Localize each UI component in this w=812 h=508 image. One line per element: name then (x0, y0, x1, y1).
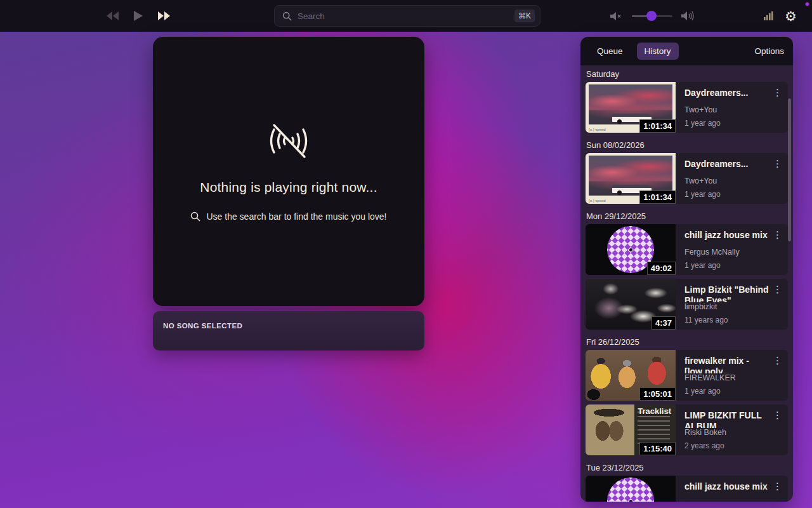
group-items: chill jazz house mix Fergus McNally ⋮ (586, 476, 788, 502)
tab-queue[interactable]: Queue (589, 43, 631, 60)
item-age: 11 years ago (684, 316, 769, 324)
item-menu-button[interactable]: ⋮ (773, 159, 782, 168)
volume-mute-icon (610, 11, 623, 21)
history-groups: Saturday (x.) speed 1:01:34 Daydreamers.… (586, 65, 788, 502)
rewind-icon (107, 11, 119, 20)
item-menu-button[interactable]: ⋮ (773, 356, 782, 365)
options-button[interactable]: Options (754, 46, 784, 56)
item-meta: firewalker mix - [low poly atmospheric d… (676, 350, 788, 401)
item-age: 1 year ago (684, 387, 769, 396)
empty-state-hint-text: Use the search bar to find the music you… (206, 211, 386, 222)
item-title: Limp Bizkit "Behind Blue Eyes" (684, 284, 769, 302)
equalizer-bars-icon (764, 11, 773, 20)
history-group: Tue 23/12/2025 chill jazz house mix Ferg… (586, 459, 788, 502)
no-song-selected-bar: NO SONG SELECTED (153, 311, 424, 351)
empty-state-title: Nothing is playing right now... (200, 180, 377, 195)
history-item[interactable]: 4:37 Limp Bizkit "Behind Blue Eyes" limp… (586, 279, 788, 330)
item-title: firewalker mix - [low poly atmospheric d… (684, 356, 769, 373)
group-items: (x.) speed 1:01:34 Daydreamers... Two+Yo… (586, 153, 788, 204)
item-title: chill jazz house mix (684, 230, 769, 241)
item-meta: chill jazz house mix Fergus McNally 1 ye… (676, 224, 788, 275)
thumbnail-art (607, 478, 654, 502)
thumbnail-caption: (x.) speed (589, 199, 606, 203)
scrollbar-thumb[interactable] (788, 98, 791, 241)
history-group: Fri 26/12/2025 1:05:01 firewalker mix - … (586, 333, 788, 455)
history-list: Saturday (x.) speed 1:01:34 Daydreamers.… (580, 65, 793, 502)
search-hint-icon (190, 211, 200, 222)
history-group: Saturday (x.) speed 1:01:34 Daydreamers.… (586, 65, 788, 133)
date-header: Saturday (586, 65, 788, 82)
topbar-right-controls: ⚙ (764, 0, 797, 32)
thumbnail: 49:02 (586, 224, 676, 275)
item-title: chill jazz house mix (684, 481, 769, 492)
item-artist: Two+You (684, 105, 769, 114)
history-item[interactable]: (x.) speed 1:01:34 Daydreamers... Two+Yo… (586, 153, 788, 204)
tab-history[interactable]: History (637, 43, 679, 60)
equalizer-button[interactable] (764, 11, 773, 20)
item-title: Daydreamers... (684, 159, 769, 170)
volume-loud-icon (681, 11, 695, 21)
volume-slider[interactable] (632, 11, 672, 21)
history-item[interactable]: chill jazz house mix Fergus McNally ⋮ (586, 476, 788, 502)
item-age: 1 year ago (684, 190, 769, 199)
no-audio-icon (265, 121, 312, 161)
thumbnail (586, 476, 676, 502)
search-icon (282, 11, 292, 21)
duration-badge: 1:15:40 (639, 442, 676, 455)
panel-header: Queue History Options (580, 37, 793, 65)
group-items: 49:02 chill jazz house mix Fergus McNall… (586, 224, 788, 330)
thumbnail: (x.) speed 1:01:34 (586, 153, 676, 204)
duration-badge: 4:37 (652, 316, 676, 330)
item-meta: Daydreamers... Two+You 1 year ago ⋮ (676, 82, 788, 133)
item-meta: Daydreamers... Two+You 1 year ago ⋮ (676, 153, 788, 204)
date-header: Tue 23/12/2025 (586, 459, 788, 476)
item-age: 1 year ago (684, 119, 769, 128)
search-bar[interactable]: ⌘K (274, 5, 540, 27)
group-items: (x.) speed 1:01:34 Daydreamers... Two+Yo… (586, 82, 788, 133)
empty-state-hint: Use the search bar to find the music you… (190, 211, 386, 222)
previous-button[interactable] (107, 11, 119, 20)
date-header: Sun 08/02/2026 (586, 137, 788, 153)
search-input[interactable] (298, 11, 514, 21)
item-age: 1 year ago (684, 261, 769, 270)
item-menu-button[interactable]: ⋮ (773, 230, 782, 239)
fast-forward-icon (158, 11, 170, 20)
history-item[interactable]: 1:05:01 firewalker mix - [low poly atmos… (586, 350, 788, 401)
mute-button[interactable] (610, 11, 623, 21)
history-item[interactable]: 49:02 chill jazz house mix Fergus McNall… (586, 224, 788, 275)
item-artist: FIREWALKER (684, 373, 769, 382)
item-artist: limpbizkit (684, 302, 769, 311)
play-button[interactable] (134, 11, 143, 21)
duration-badge: 1:01:34 (639, 190, 676, 204)
duration-badge: 1:05:01 (639, 387, 676, 401)
item-age: 2 years ago (684, 441, 769, 450)
item-menu-button[interactable]: ⋮ (773, 410, 782, 420)
history-group: Mon 29/12/2025 49:02 chill jazz house mi… (586, 208, 788, 330)
thumbnail-overlay-text: Tracklist (638, 406, 671, 416)
item-meta: Limp Bizkit "Behind Blue Eyes" limpbizki… (676, 279, 788, 330)
top-bar: ⌘K ⚙ (0, 0, 812, 32)
thumbnail-caption: (x.) speed (589, 128, 606, 131)
queue-history-panel: Queue History Options Saturday (x.) spee… (580, 37, 793, 502)
date-header: Mon 29/12/2025 (586, 208, 788, 224)
thumbnail: Tracklist 1:15:40 (586, 404, 676, 455)
item-artist: Fergus McNally (684, 248, 769, 257)
history-group: Sun 08/02/2026 (x.) speed 1:01:34 Daydre… (586, 137, 788, 204)
date-header: Fri 26/12/2025 (586, 333, 788, 350)
history-item[interactable]: Tracklist 1:15:40 LIMP BIZKIT FULL ALBUM… (586, 404, 788, 455)
thumbnail: 4:37 (586, 279, 676, 330)
volume-slider-thumb[interactable] (646, 11, 657, 21)
transport-controls (107, 0, 170, 32)
item-menu-button[interactable]: ⋮ (773, 88, 782, 97)
item-menu-button[interactable]: ⋮ (773, 284, 782, 294)
history-item[interactable]: (x.) speed 1:01:34 Daydreamers... Two+Yo… (586, 82, 788, 133)
item-meta: chill jazz house mix Fergus McNally ⋮ (676, 476, 788, 502)
item-artist: Riski Bokeh (684, 428, 769, 437)
volume-max-button[interactable] (681, 11, 695, 21)
volume-controls (610, 0, 695, 32)
item-menu-button[interactable]: ⋮ (773, 481, 782, 491)
duration-badge: 49:02 (647, 262, 676, 275)
settings-button[interactable]: ⚙ (785, 10, 797, 23)
next-button[interactable] (158, 11, 170, 20)
thumbnail: (x.) speed 1:01:34 (586, 82, 676, 133)
